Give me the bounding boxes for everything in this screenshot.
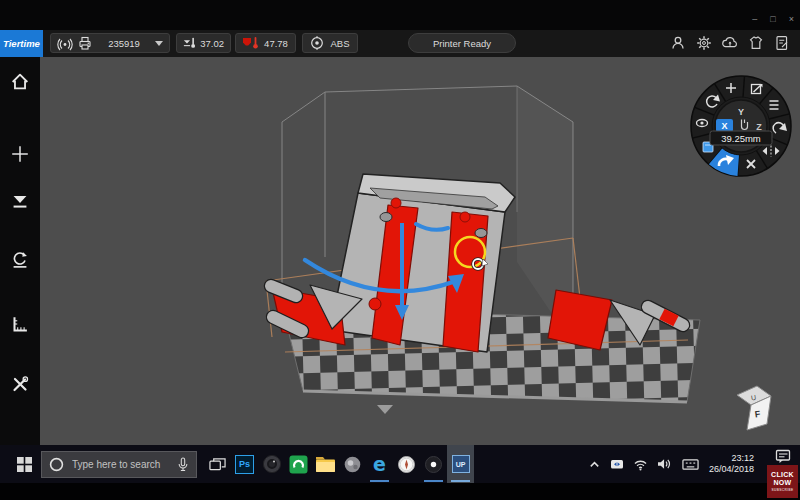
toolbar: Tiertime 235919 37.02 bbox=[0, 30, 800, 58]
nozzle-temp: 47.78 bbox=[235, 33, 296, 53]
edge-active-indicator bbox=[370, 480, 389, 482]
taskbar-assist-app[interactable] bbox=[339, 445, 366, 483]
minimize-button[interactable]: – bbox=[752, 15, 757, 24]
cortana-icon bbox=[49, 457, 64, 472]
taskbar-apps: Ps bbox=[231, 445, 474, 483]
maximize-button[interactable]: □ bbox=[770, 15, 775, 24]
printer-status: Printer Ready bbox=[408, 33, 516, 53]
tray-expand-icon[interactable] bbox=[588, 458, 601, 471]
photoshop-icon: Ps bbox=[235, 455, 254, 474]
platform-temp: 37.02 bbox=[176, 33, 231, 53]
printer-icon bbox=[77, 35, 93, 51]
toolbar-right-icons bbox=[668, 33, 792, 53]
taskbar-up-studio[interactable]: UP bbox=[447, 445, 474, 483]
windows-start-button[interactable] bbox=[17, 457, 32, 472]
dimension-tooltip: 39.25mm bbox=[710, 131, 772, 145]
svg-text:39.25mm: 39.25mm bbox=[721, 133, 761, 144]
taskbar-file-explorer[interactable] bbox=[312, 445, 339, 483]
tray-time: 23:12 bbox=[709, 453, 754, 464]
taskbar-edge[interactable]: e bbox=[366, 445, 393, 483]
tray-date: 26/04/2018 bbox=[709, 464, 754, 475]
taskbar-green-app[interactable] bbox=[285, 445, 312, 483]
platform-temp-value: 37.02 bbox=[200, 38, 224, 49]
window-controls: – □ × bbox=[752, 15, 794, 24]
taskbar-compass-app[interactable] bbox=[393, 445, 420, 483]
view-cube[interactable]: U F bbox=[737, 386, 771, 430]
settings-gear-icon[interactable] bbox=[694, 33, 714, 53]
material-target-icon bbox=[309, 35, 325, 51]
green-app-icon bbox=[289, 455, 308, 474]
up-studio-icon: UP bbox=[452, 455, 470, 473]
svg-text:X: X bbox=[721, 121, 727, 131]
tray-remote-icon[interactable] bbox=[610, 457, 624, 471]
printer-status-label: Printer Ready bbox=[433, 38, 491, 49]
tray-wifi-icon[interactable] bbox=[633, 458, 648, 471]
sidebar bbox=[0, 57, 40, 445]
material-value: ABS bbox=[329, 38, 351, 49]
wifi-signal-icon bbox=[57, 35, 73, 51]
rotate-icon[interactable] bbox=[9, 249, 31, 271]
taskbar-photoshop[interactable]: Ps bbox=[231, 445, 258, 483]
nozzle-thermometer-icon bbox=[242, 35, 259, 51]
release-notes-icon[interactable] bbox=[772, 33, 792, 53]
recorder-app-icon bbox=[424, 455, 443, 474]
taskbar-search[interactable] bbox=[41, 451, 197, 478]
close-button[interactable]: × bbox=[789, 15, 794, 24]
taskbar: Ps bbox=[0, 445, 800, 483]
up-studio-active-indicator bbox=[451, 480, 470, 482]
edge-icon: e bbox=[373, 455, 386, 474]
chevron-down-icon[interactable] bbox=[155, 41, 163, 46]
camera-app-icon bbox=[262, 454, 282, 474]
axis-z-button[interactable]: Z bbox=[756, 122, 762, 132]
microphone-icon[interactable] bbox=[177, 457, 189, 472]
file-explorer-icon bbox=[315, 456, 336, 473]
nozzle-temp-value: 47.78 bbox=[263, 38, 289, 49]
cloud-icon[interactable] bbox=[720, 33, 740, 53]
viewport-3d[interactable]: U F bbox=[40, 57, 800, 445]
bottom-strip bbox=[0, 483, 800, 500]
plate-menu-arrow[interactable] bbox=[377, 405, 393, 414]
material-selector[interactable]: ABS bbox=[302, 33, 358, 53]
axis-y-button[interactable]: Y bbox=[738, 107, 744, 117]
compass-app-icon bbox=[397, 455, 416, 474]
notification-center-icon[interactable] bbox=[775, 449, 792, 464]
system-tray bbox=[588, 457, 699, 471]
assist-app-icon bbox=[343, 455, 362, 474]
brand-logo: Tiertime bbox=[0, 30, 43, 57]
maintenance-tools-icon[interactable] bbox=[9, 373, 31, 395]
home-icon[interactable] bbox=[9, 71, 31, 93]
skin-shirt-icon[interactable] bbox=[746, 33, 766, 53]
taskbar-camera-app[interactable] bbox=[258, 445, 285, 483]
tray-keyboard-icon[interactable] bbox=[682, 458, 699, 471]
printer-id: 235919 bbox=[97, 38, 151, 49]
radial-menu[interactable]: Y X Z 39.25mm bbox=[691, 76, 791, 176]
printer-selector[interactable]: 235919 bbox=[50, 33, 170, 53]
account-icon[interactable] bbox=[668, 33, 688, 53]
calibrate-ruler-icon[interactable] bbox=[9, 313, 31, 335]
tray-volume-icon[interactable] bbox=[657, 457, 673, 471]
platform-thermometer-icon bbox=[183, 35, 196, 51]
title-bar: – □ × bbox=[0, 0, 800, 30]
taskbar-recorder-app[interactable] bbox=[420, 445, 447, 483]
print-icon[interactable] bbox=[9, 191, 31, 213]
add-model-icon[interactable] bbox=[9, 143, 31, 165]
tray-clock[interactable]: 23:12 26/04/2018 bbox=[709, 453, 754, 475]
watermark-badge: CLICK NOW SUBSCRIBE bbox=[767, 465, 798, 498]
task-view-button[interactable] bbox=[209, 457, 226, 472]
search-input[interactable] bbox=[70, 458, 171, 471]
recorder-active-indicator bbox=[424, 480, 443, 482]
